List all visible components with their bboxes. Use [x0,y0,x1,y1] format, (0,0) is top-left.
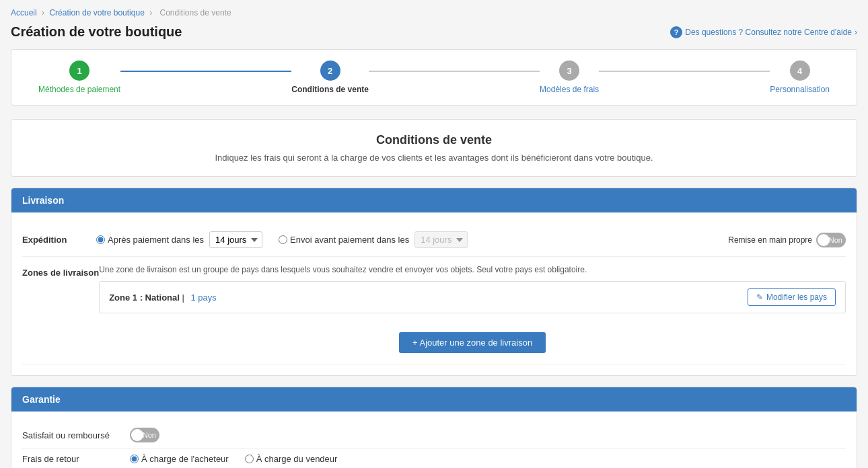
step-3-circle: 3 [559,61,579,81]
help-icon: ? [670,26,682,38]
help-link[interactable]: ? Des questions ? Consultez notre Centre… [670,26,857,38]
radio-envoi-avant-input[interactable] [279,235,287,244]
pencil-icon: ✎ [756,292,763,302]
expedition-select2[interactable]: 14 jours [414,231,468,248]
step-line-2 [369,71,540,72]
satisfait-row: Satisfait ou remboursé Non [22,422,846,448]
radio-envoi-avant-label: Envoi avant paiement dans les [290,235,409,245]
step-4[interactable]: 4 Personnalisation [770,61,830,94]
expedition-label: Expédition [22,235,96,245]
toggle-slider: Non [816,233,846,247]
modify-btn-label: Modifier les pays [766,292,827,302]
step-4-label: Personnalisation [770,85,830,94]
radio-vendeur[interactable]: À charge du vendeur [245,454,338,464]
expedition-row: Expédition Après paiement dans les 14 jo… [22,223,846,257]
add-zone-button[interactable]: + Ajouter une zone de livraison [399,332,546,353]
radio-apres-paiement[interactable]: Après paiement dans les [96,235,204,245]
step-1-label: Méthodes de paiement [38,85,120,94]
stepper-container: 1 Méthodes de paiement 2 Conditions de v… [11,49,857,106]
radio-acheteur-input[interactable] [130,455,139,463]
zone-count: 1 pays [191,292,217,303]
garantie-body: Satisfait ou remboursé Non Frais de reto… [11,412,857,468]
step-2[interactable]: 2 Conditions de vente [291,61,369,94]
toggle-text: Non [829,236,842,244]
remise-main-propre-toggle-wrapper: Remise en main propre Non [728,233,846,247]
livraison-body: Expédition Après paiement dans les 14 jo… [11,212,857,375]
page-header: Création de votre boutique ? Des questio… [11,24,857,40]
radio-apres-paiement-label: Après paiement dans les [108,235,204,245]
help-link-text: Des questions ? Consultez notre Centre d… [685,28,852,37]
garantie-header: Garantie [11,387,857,412]
satisfait-toggle-text: Non [143,431,156,439]
step-3-label: Modèles de frais [540,85,599,94]
page-title: Création de votre boutique [11,24,182,40]
radio-apres-paiement-input[interactable] [96,235,105,244]
step-line-1 [120,71,291,72]
satisfait-slider: Non [130,428,159,442]
stepper: 1 Méthodes de paiement 2 Conditions de v… [38,61,830,94]
zones-content: Une zone de livraison est un groupe de p… [99,265,846,356]
satisfait-content: Non [130,428,846,442]
zone-name: Zone 1 : National [109,292,180,303]
zones-description: Une zone de livraison est un groupe de p… [99,265,846,274]
radio-vendeur-input[interactable] [245,455,254,463]
step-3[interactable]: 3 Modèles de frais [540,61,599,94]
frais-retour-label: Frais de retour [22,454,130,464]
step-4-circle: 4 [790,61,810,81]
modify-countries-button[interactable]: ✎ Modifier les pays [748,288,836,306]
conditions-title: Conditions de vente [25,133,843,147]
add-zone-row: + Ajouter une zone de livraison [99,319,846,356]
radio-envoi-avant[interactable]: Envoi avant paiement dans les [279,235,409,245]
chevron-right-icon: › [855,28,857,37]
expedition-content: Après paiement dans les 14 jours Envoi a… [96,231,728,248]
breadcrumb-step1[interactable]: Création de votre boutique [49,8,144,17]
satisfait-knob [131,429,143,441]
step-1[interactable]: 1 Méthodes de paiement [38,61,120,94]
breadcrumb-home[interactable]: Accueil [11,8,37,17]
conditions-subtitle: Indiquez les frais qui seront à la charg… [25,153,843,163]
satisfait-label: Satisfait ou remboursé [22,430,130,440]
frais-retour-row: Frais de retour À charge de l'acheteur À… [22,448,846,468]
step-line-3 [599,71,770,72]
remise-main-propre-label: Remise en main propre [728,235,812,245]
zones-label: Zones de livraison [22,265,99,278]
zone-name-wrapper: Zone 1 : National | 1 pays [109,292,217,303]
radio-vendeur-label: À charge du vendeur [256,454,338,464]
zone-item: Zone 1 : National | 1 pays ✎ Modifier le… [99,281,846,313]
satisfait-toggle[interactable]: Non [130,428,159,442]
radio-acheteur-label: À charge de l'acheteur [141,454,229,464]
zones-row: Zones de livraison Une zone de livraison… [22,257,846,364]
step-2-circle: 2 [320,61,340,81]
breadcrumb-step2: Conditions de vente [160,8,231,17]
frais-retour-content: À charge de l'acheteur À charge du vende… [130,454,846,464]
garantie-block: Garantie Satisfait ou remboursé Non Frai… [11,387,857,468]
livraison-block: Livraison Expédition Après paiement dans… [11,188,857,376]
toggle-knob [818,234,830,246]
breadcrumb: Accueil › Création de votre boutique › C… [11,8,857,17]
step-1-circle: 1 [69,61,89,81]
zone-separator: | [182,292,187,303]
step-2-label: Conditions de vente [291,85,369,94]
expedition-select1[interactable]: 14 jours [209,231,262,248]
conditions-header: Conditions de vente Indiquez les frais q… [11,119,857,177]
radio-acheteur[interactable]: À charge de l'acheteur [130,454,229,464]
remise-main-propre-toggle[interactable]: Non [816,233,846,247]
livraison-header: Livraison [11,188,857,212]
